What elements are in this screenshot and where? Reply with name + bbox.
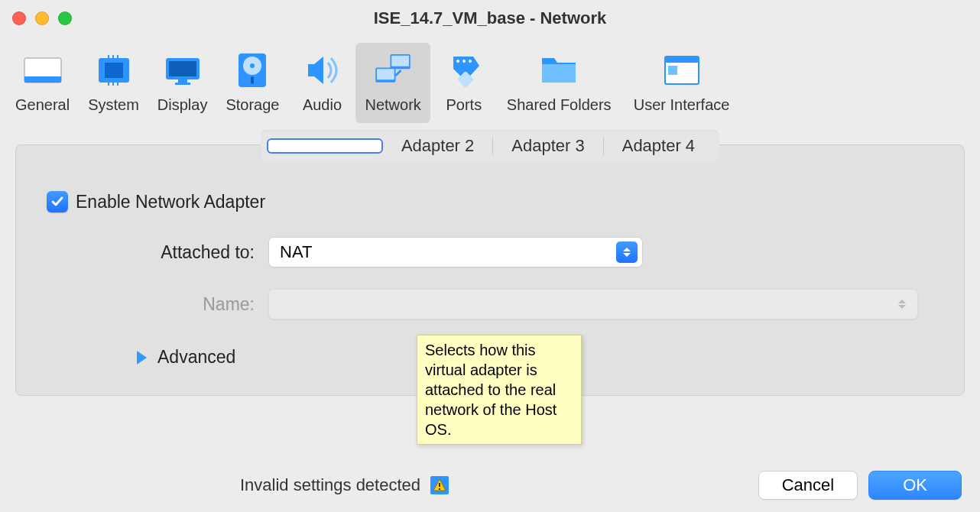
- adapter-tabs: Adapter 2 Adapter 3 Adapter 4: [16, 130, 964, 162]
- svg-rect-30: [668, 66, 677, 75]
- svg-rect-4: [108, 55, 109, 60]
- advanced-label: Advanced: [157, 347, 235, 368]
- general-icon: [21, 49, 64, 92]
- svg-rect-7: [108, 81, 109, 86]
- enable-adapter-label: Enable Network Adapter: [76, 192, 265, 212]
- shared-folders-icon: [537, 49, 580, 92]
- toolbar-label: Ports: [446, 96, 482, 114]
- footer: Invalid settings detected Cancel OK: [0, 469, 980, 512]
- cancel-button[interactable]: Cancel: [758, 471, 858, 500]
- svg-line-22: [396, 70, 401, 76]
- name-label: Name:: [47, 294, 268, 315]
- tab-adapter-1[interactable]: [267, 138, 383, 154]
- select-stepper-icon: [616, 241, 638, 263]
- toolbar-item-network[interactable]: Network: [355, 43, 430, 123]
- toolbar-label: Network: [365, 96, 420, 114]
- svg-rect-13: [175, 83, 190, 85]
- toolbar-label: Display: [157, 96, 208, 114]
- disclosure-triangle-icon: [137, 351, 147, 365]
- zoom-window-button[interactable]: [58, 11, 72, 25]
- svg-rect-8: [112, 81, 114, 86]
- svg-rect-1: [24, 76, 61, 83]
- toolbar-label: Shared Folders: [507, 96, 612, 114]
- tab-adapter-4[interactable]: Adapter 4: [604, 131, 713, 160]
- svg-rect-21: [377, 69, 394, 79]
- window-title: ISE_14.7_VM_base - Network: [0, 8, 980, 28]
- svg-rect-6: [117, 55, 118, 60]
- toolbar-item-ports[interactable]: Ports: [430, 43, 498, 123]
- toolbar-item-display[interactable]: Display: [148, 43, 217, 123]
- system-icon: [92, 49, 135, 92]
- toolbar-item-storage[interactable]: Storage: [216, 43, 288, 123]
- svg-rect-29: [665, 57, 699, 63]
- close-window-button[interactable]: [12, 11, 26, 25]
- svg-point-26: [469, 60, 472, 63]
- attached-to-row: Attached to: NAT: [47, 237, 933, 267]
- svg-point-24: [456, 60, 459, 63]
- svg-rect-5: [112, 55, 114, 60]
- tab-adapter-2[interactable]: Adapter 2: [383, 131, 492, 160]
- name-row: Name:: [47, 289, 933, 319]
- display-icon: [161, 49, 204, 92]
- toolbar-label: General: [15, 96, 70, 114]
- toolbar-item-general[interactable]: General: [6, 43, 79, 123]
- attached-to-tooltip: Selects how this virtual adapter is atta…: [417, 335, 582, 445]
- minimize-window-button[interactable]: [35, 11, 49, 25]
- storage-icon: [231, 49, 274, 92]
- toolbar-label: Audio: [303, 96, 342, 114]
- attached-to-value: NAT: [280, 242, 312, 262]
- window-controls: [12, 11, 72, 25]
- user-interface-icon: [660, 49, 703, 92]
- toolbar-label: System: [88, 96, 139, 114]
- checkmark-icon: [50, 195, 64, 209]
- svg-point-25: [462, 60, 466, 63]
- select-stepper-icon: [891, 293, 913, 315]
- toolbar-item-user-interface[interactable]: User Interface: [621, 43, 743, 123]
- warning-icon[interactable]: [430, 475, 449, 495]
- titlebar: ISE_14.7_VM_base - Network: [0, 0, 980, 37]
- toolbar-item-system[interactable]: System: [79, 43, 148, 123]
- tab-adapter-3[interactable]: Adapter 3: [493, 131, 602, 160]
- svg-rect-3: [105, 63, 123, 78]
- toolbar-label: User Interface: [634, 96, 730, 114]
- ports-icon: [443, 49, 485, 92]
- network-icon: [372, 49, 414, 92]
- ok-button[interactable]: OK: [868, 471, 962, 500]
- svg-rect-19: [391, 56, 409, 66]
- enable-adapter-checkbox[interactable]: [47, 191, 68, 212]
- settings-toolbar: General System Display: [0, 37, 980, 123]
- audio-icon: [300, 49, 343, 92]
- enable-adapter-row: Enable Network Adapter: [47, 191, 933, 212]
- attached-to-select[interactable]: NAT: [268, 237, 643, 267]
- svg-rect-12: [178, 79, 187, 83]
- toolbar-item-audio[interactable]: Audio: [288, 43, 355, 123]
- attached-to-label: Attached to:: [47, 242, 268, 263]
- toolbar-label: Storage: [226, 96, 279, 114]
- svg-rect-33: [439, 488, 440, 490]
- name-select: [268, 289, 918, 319]
- invalid-settings-text: Invalid settings detected: [240, 475, 420, 495]
- toolbar-item-shared-folders[interactable]: Shared Folders: [498, 43, 621, 123]
- svg-rect-11: [169, 61, 196, 76]
- svg-rect-32: [439, 483, 440, 487]
- svg-rect-27: [542, 64, 576, 83]
- svg-rect-9: [117, 81, 118, 86]
- svg-point-16: [250, 63, 255, 68]
- svg-rect-17: [251, 76, 254, 84]
